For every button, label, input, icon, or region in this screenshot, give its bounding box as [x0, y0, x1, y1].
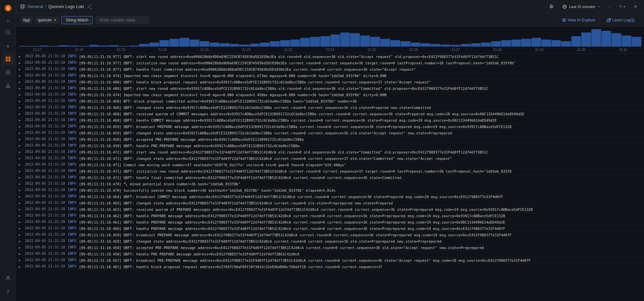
chart-bar: [611, 33, 621, 47]
log-row[interactable]: ▶2022-09-05 21:31:10INFO[09-05|11:31:10.…: [16, 251, 644, 257]
settings-button[interactable]: [546, 3, 557, 11]
log-row[interactable]: ▶2022-09-05 21:31:10INFO[09-05|11:31:10.…: [16, 149, 644, 156]
log-level: INFO: [68, 239, 76, 243]
sidebar-collapse-button[interactable]: ❯: [5, 17, 11, 24]
grafana-logo[interactable]: G: [3, 3, 13, 13]
log-row[interactable]: ▶2022-09-05 21:31:10INFO[09-05|11:31:10.…: [16, 85, 644, 92]
log-expand-icon[interactable]: ▶: [19, 175, 23, 179]
chart-bar: [39, 46, 49, 47]
log-row[interactable]: ▶2022-09-05 21:31:10INFO[09-05|11:31:10.…: [16, 98, 644, 105]
log-expand-icon[interactable]: ▶: [19, 239, 23, 243]
log-row[interactable]: ▶2022-09-05 21:31:10INFO[09-05|11:31:10.…: [16, 200, 644, 206]
share-icon[interactable]: [87, 4, 92, 9]
log-row[interactable]: ▶2022-09-05 21:31:10INFO[09-05|11:31:10.…: [16, 124, 644, 130]
log-row[interactable]: ▶2022-09-05 21:31:10INFO[09-05|11:31:10.…: [16, 264, 644, 270]
log-expand-icon[interactable]: ▶: [19, 226, 23, 230]
log-level: INFO: [68, 124, 76, 128]
log-expand-icon[interactable]: ▶: [19, 92, 23, 97]
log-expand-icon[interactable]: ▶: [19, 105, 23, 109]
log-row[interactable]: ▶2022-09-05 21:31:10INFO[09-05|11:31:10.…: [16, 238, 644, 245]
log-message: [09-05|11:31:10.468] QBFT: changed state…: [79, 105, 431, 110]
log-row[interactable]: ▶2022-09-05 21:31:10INFO[09-05|11:31:10.…: [16, 73, 644, 79]
log-row[interactable]: ▶2022-09-05 21:31:10INFO[09-05|11:31:10.…: [16, 105, 644, 111]
log-expand-icon[interactable]: ▶: [19, 258, 23, 262]
log-row[interactable]: ▶2022-09-05 21:31:10INFO[09-05|11:31:10.…: [16, 181, 644, 187]
log-row[interactable]: ▶2022-09-05 21:31:10INFO[09-05|11:31:10.…: [16, 232, 644, 238]
log-expand-icon[interactable]: ▶: [19, 137, 23, 141]
log-expand-icon[interactable]: ▶: [19, 188, 23, 192]
filter-mode-button[interactable]: String Match: [61, 16, 93, 24]
svg-rect-13: [20, 4, 22, 6]
log-row[interactable]: ▶2022-09-05 21:31:10INFO[09-05|11:31:10.…: [16, 92, 644, 98]
log-expand-icon[interactable]: ▶: [19, 156, 23, 160]
log-row[interactable]: ▶2022-09-05 21:31:10INFO[09-05|11:31:10.…: [16, 226, 644, 232]
log-row[interactable]: ▶2022-09-05 21:31:10INFO[09-05|11:31:10.…: [16, 54, 644, 60]
log-row[interactable]: ▶2022-09-05 21:31:10INFO[09-05|11:31:10.…: [16, 111, 644, 117]
sidebar-item-starred[interactable]: ★: [2, 40, 14, 52]
log-expand-icon[interactable]: ▶: [19, 200, 23, 205]
log-row[interactable]: ▶2022-09-05 21:31:10INFO[09-05|11:31:10.…: [16, 168, 644, 175]
log-expand-icon[interactable]: ▶: [19, 213, 23, 218]
breadcrumb-general: General: [28, 4, 43, 9]
learn-logql-button[interactable]: Learn LogQL: [602, 16, 640, 24]
log-row[interactable]: ▶2022-09-05 21:31:10INFO[09-05|11:31:10.…: [16, 156, 644, 162]
chart-bar: [531, 38, 541, 47]
sidebar-item-help[interactable]: ?: [2, 286, 14, 298]
variable-select[interactable]: quorum ▾: [35, 16, 59, 24]
log-row[interactable]: ▶2022-09-05 21:31:10INFO[09-05|11:31:10.…: [16, 162, 644, 168]
zoom-out-button[interactable]: −: [605, 3, 613, 10]
log-message: [09-05|11:31:10.459] QBFT: broadcast PRE…: [79, 124, 512, 129]
log-row[interactable]: ▶2022-09-05 21:31:10INFO[09-05|11:31:10.…: [16, 60, 644, 66]
log-row[interactable]: ▶2022-09-05 21:31:10INFO[09-05|11:31:10.…: [16, 79, 644, 85]
refresh-button[interactable]: ↻ ▾: [616, 3, 628, 10]
log-row[interactable]: ▶2022-09-05 21:31:10INFO[09-05|11:31:10.…: [16, 194, 644, 200]
log-message: [09-05|11:31:10.458] QBFT: changed state…: [79, 239, 441, 244]
log-expand-icon[interactable]: ▶: [19, 162, 23, 167]
sidebar-item-dashboards[interactable]: [2, 53, 14, 65]
log-expand-icon[interactable]: ▶: [19, 207, 23, 211]
log-expand-icon[interactable]: ▶: [19, 73, 23, 77]
log-expand-icon[interactable]: ▶: [19, 169, 23, 173]
log-expand-icon[interactable]: ▶: [19, 232, 23, 237]
log-row[interactable]: ▶2022-09-05 21:31:10INFO[09-05|11:31:10.…: [16, 213, 644, 219]
log-row[interactable]: ▶2022-09-05 21:31:10INFO[09-05|11:31:10.…: [16, 206, 644, 213]
log-expand-icon[interactable]: ▶: [19, 111, 23, 116]
log-row[interactable]: ▶2022-09-05 21:31:10INFO[09-05|11:31:10.…: [16, 175, 644, 181]
variable-value-input[interactable]: [95, 16, 149, 24]
log-expand-icon[interactable]: ▶: [19, 99, 23, 103]
view-in-explore-button[interactable]: View In Explore: [558, 16, 600, 24]
log-row[interactable]: ▶2022-09-05 21:31:10INFO[09-05|11:31:10.…: [16, 117, 644, 124]
log-expand-icon[interactable]: ▶: [19, 118, 23, 122]
sidebar-item-explore[interactable]: [2, 66, 14, 78]
log-expand-icon[interactable]: ▶: [19, 67, 23, 71]
log-row[interactable]: ▶2022-09-05 21:31:10INFO[09-05|11:31:10.…: [16, 257, 644, 264]
log-row[interactable]: ▶2022-09-05 21:31:10INFO[09-05|11:31:10.…: [16, 66, 644, 73]
log-expand-icon[interactable]: ▶: [19, 264, 23, 268]
sidebar-item-search[interactable]: [2, 26, 14, 38]
log-expand-icon[interactable]: ▶: [19, 130, 23, 135]
log-expand-icon[interactable]: ▶: [19, 79, 23, 84]
log-expand-icon[interactable]: ▶: [19, 245, 23, 249]
log-area[interactable]: ▶2022-09-05 21:31:10INFO[09-05|11:31:10.…: [16, 54, 644, 301]
log-expand-icon[interactable]: ▶: [19, 149, 23, 154]
log-expand-icon[interactable]: ▶: [19, 143, 23, 147]
log-expand-icon[interactable]: ▶: [19, 251, 23, 256]
sidebar-item-user[interactable]: [2, 272, 14, 284]
log-expand-icon[interactable]: ▶: [19, 124, 23, 128]
log-row[interactable]: ▶2022-09-05 21:31:10INFO[09-05|11:31:10.…: [16, 219, 644, 226]
sidebar-item-alerting[interactable]: [2, 80, 14, 92]
split-button[interactable]: ⊟: [631, 3, 640, 10]
log-level: INFO: [68, 175, 76, 179]
log-row[interactable]: ▶2022-09-05 21:31:10INFO[09-05|11:31:10.…: [16, 136, 644, 143]
log-expand-icon[interactable]: ▶: [19, 60, 23, 65]
log-row[interactable]: ▶2022-09-05 21:31:10INFO[09-05|11:31:10.…: [16, 143, 644, 149]
log-expand-icon[interactable]: ▶: [19, 86, 23, 90]
log-row[interactable]: ▶2022-09-05 21:31:10INFO[09-05|11:31:10.…: [16, 130, 644, 136]
log-expand-icon[interactable]: ▶: [19, 181, 23, 186]
log-expand-icon[interactable]: ▶: [19, 194, 23, 198]
log-row[interactable]: ▶2022-09-05 21:31:10INFO[09-05|11:31:10.…: [16, 245, 644, 251]
log-expand-icon[interactable]: ▶: [19, 54, 23, 58]
log-expand-icon[interactable]: ▶: [19, 220, 23, 224]
log-row[interactable]: ▶2022-09-05 21:31:10INFO[09-05|11:31:10.…: [16, 187, 644, 194]
time-range-picker[interactable]: Last 15 minutes ▾: [559, 3, 603, 10]
